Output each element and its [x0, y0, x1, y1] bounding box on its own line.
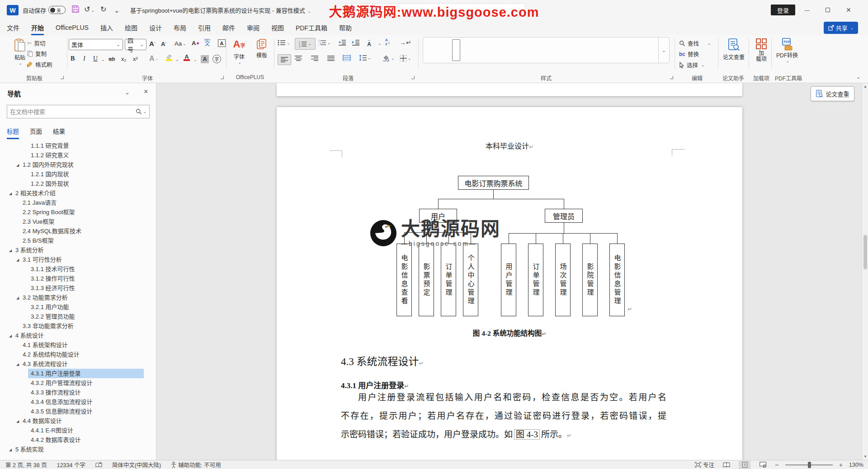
- multilevel-list-button[interactable]: 1ai ⌄: [318, 39, 331, 46]
- nav-item[interactable]: 2.3 Vue框架: [0, 217, 156, 226]
- asian-layout-button[interactable]: ↔ A: [367, 38, 371, 47]
- font-name-combo[interactable]: 黑体⌄: [69, 39, 123, 50]
- tab-insert[interactable]: 插入: [100, 20, 113, 35]
- nav-tab-headings[interactable]: 标题: [7, 127, 19, 139]
- redo-button[interactable]: ↻: [100, 5, 106, 14]
- justify-button[interactable]: [327, 56, 335, 61]
- enclosed-a-button[interactable]: A: [218, 39, 226, 47]
- tree-expand-icon[interactable]: ◢: [16, 160, 23, 170]
- nav-item[interactable]: ◢5 系统实现: [0, 445, 156, 454]
- subscript-button[interactable]: x₂: [121, 56, 127, 62]
- nav-tab-results[interactable]: 结果: [53, 127, 65, 139]
- minimize-button[interactable]: —: [799, 4, 815, 16]
- nav-item[interactable]: 2.5 B/S框架: [0, 236, 156, 245]
- word-count[interactable]: 12334 个字: [57, 460, 85, 469]
- nav-item[interactable]: 4.1 系统架构设计: [0, 340, 156, 350]
- font-color-button[interactable]: A: [184, 54, 190, 61]
- strikethrough-button[interactable]: ab: [108, 56, 115, 62]
- nav-item[interactable]: 3.1.3 经济可行性: [0, 283, 156, 293]
- tab-references[interactable]: 引用: [198, 20, 211, 35]
- styles-more-button[interactable]: ⌄: [658, 38, 669, 63]
- page-indicator[interactable]: 第 2 页, 共 38 页: [5, 460, 47, 469]
- underline-button[interactable]: U: [93, 55, 98, 62]
- bullets-button[interactable]: ⌄: [278, 39, 290, 46]
- tab-pdf-tools[interactable]: PDF工具箱: [296, 20, 327, 35]
- nav-item[interactable]: 3.1.1 技术可行性: [0, 264, 156, 274]
- dialog-launcher-icon[interactable]: [221, 76, 224, 79]
- italic-button[interactable]: I: [83, 55, 85, 62]
- align-center-button[interactable]: [295, 56, 302, 61]
- format-painter-button[interactable]: 格式刷: [26, 60, 52, 69]
- nav-item[interactable]: 1.1.1 研究背景: [0, 141, 156, 150]
- nav-collapse-button[interactable]: ⌄: [125, 89, 130, 96]
- borders-button[interactable]: ⌄: [400, 55, 411, 62]
- tree-expand-icon[interactable]: ◢: [16, 293, 23, 303]
- shading-button[interactable]: ⌄: [382, 55, 395, 61]
- search-options-dropdown[interactable]: ⌄: [143, 109, 146, 114]
- tree-expand-icon[interactable]: ◢: [9, 445, 15, 455]
- nav-item[interactable]: ◢1.2 国内外研究现状: [0, 160, 156, 169]
- body-paragraph[interactable]: 用户注册登录流程包括输入用户名和密码，检查信息是否为空。若用户名 不存在，提示用…: [341, 388, 666, 444]
- text-effects-button[interactable]: A⌄: [149, 55, 159, 63]
- nav-item[interactable]: 1.2.2 国外现状: [0, 179, 156, 188]
- tree-expand-icon[interactable]: ◢: [9, 246, 15, 255]
- dialog-launcher-icon[interactable]: [61, 76, 64, 79]
- nav-item[interactable]: ◢3.1 可行性分析: [0, 255, 156, 264]
- superscript-button[interactable]: x²: [133, 56, 138, 62]
- nav-item[interactable]: ◢3.2 功能需求分析: [0, 293, 156, 302]
- scrollbar-thumb[interactable]: [863, 235, 867, 269]
- nav-item[interactable]: 2.1 Java语言: [0, 198, 156, 207]
- align-right-button[interactable]: [311, 56, 318, 61]
- nav-item[interactable]: ◢3 系统分析: [0, 245, 156, 255]
- tree-expand-icon[interactable]: ◢: [16, 360, 23, 369]
- login-button[interactable]: 登录: [771, 5, 795, 15]
- nav-item[interactable]: ◢4 系统设计: [0, 331, 156, 340]
- tab-home[interactable]: 开始: [31, 20, 44, 35]
- nav-item[interactable]: 4.2 系统结构功能设计: [0, 350, 156, 359]
- nav-item[interactable]: ◢4.3 系统流程设计: [0, 359, 156, 369]
- nav-item[interactable]: 4.3.3 操作流程设计: [0, 388, 156, 397]
- document-page[interactable]: 本科毕业设计↵ 电影订票购票系统 用户 管理员 电影信: [277, 107, 742, 460]
- tab-mailings[interactable]: 邮件: [222, 20, 235, 35]
- nav-item[interactable]: 2.4 MySQL数据库技术: [0, 226, 156, 236]
- shrink-font-button[interactable]: Aˇ: [161, 41, 166, 47]
- nav-item[interactable]: 1.1.2 研究意义: [0, 150, 156, 160]
- nav-item[interactable]: 4.3.5 信息删除流程设计: [0, 407, 156, 416]
- nav-search-input[interactable]: [10, 108, 136, 115]
- nav-item[interactable]: 3.1.2 操作可行性: [0, 274, 156, 283]
- nav-item[interactable]: 3.3 非功能需求分析: [0, 321, 156, 331]
- template-button[interactable]: 模板: [251, 38, 272, 59]
- asian-layout-dropdown[interactable]: ⌄: [378, 41, 382, 46]
- customize-toolbar-button[interactable]: ⌄: [114, 6, 120, 14]
- highlight-button[interactable]: [165, 54, 172, 61]
- sort-button[interactable]: AZ ↓: [385, 38, 390, 46]
- thesis-check-button[interactable]: 论文查重: [721, 38, 747, 61]
- underline-dropdown[interactable]: ⌄: [101, 57, 105, 62]
- dialog-launcher-icon[interactable]: [670, 76, 673, 79]
- phonetic-guide-button[interactable]: A◆: [192, 40, 199, 47]
- change-case-button[interactable]: Aa⌄: [175, 40, 186, 47]
- document-area[interactable]: 论文查重 本科毕业设计↵ 电影订票购票系统: [156, 83, 868, 460]
- scroll-down-icon[interactable]: ▼: [862, 455, 868, 459]
- zoom-in-button[interactable]: +: [839, 461, 843, 469]
- increase-indent-button[interactable]: [352, 39, 360, 46]
- pdf-convert-button[interactable]: PDF PDF转换 ⌄: [774, 38, 800, 63]
- nav-item[interactable]: 4.3.4 信息添加流程设计: [0, 397, 156, 407]
- tree-expand-icon[interactable]: ◢: [9, 331, 15, 341]
- nav-item[interactable]: 3.2.1 用户功能: [0, 302, 156, 312]
- zoom-level[interactable]: 130%: [849, 462, 863, 468]
- nav-item[interactable]: 4.4.2 数据库表设计: [0, 435, 156, 445]
- wen-character-button[interactable]: wén文: [204, 38, 210, 47]
- accessibility-status[interactable]: 辅助功能: 不可用: [171, 460, 221, 469]
- highlight-dropdown[interactable]: ⌄: [175, 57, 179, 62]
- tab-draw[interactable]: 绘图: [125, 20, 137, 35]
- document-title[interactable]: 基于springboot+vue的电影订票购票系统的设计与实现 - 兼容性模式 …: [130, 6, 311, 14]
- print-layout-button[interactable]: [739, 461, 750, 469]
- nav-item[interactable]: ◢4.4 数据库设计: [0, 416, 156, 426]
- focus-mode-button[interactable]: 专注: [695, 460, 714, 469]
- zoom-slider-thumb[interactable]: [808, 462, 811, 468]
- web-layout-button[interactable]: [757, 461, 769, 469]
- line-spacing-button[interactable]: ⌄: [359, 55, 371, 61]
- tree-expand-icon[interactable]: ◢: [9, 189, 15, 198]
- share-button[interactable]: 共享 ⌄: [824, 22, 858, 34]
